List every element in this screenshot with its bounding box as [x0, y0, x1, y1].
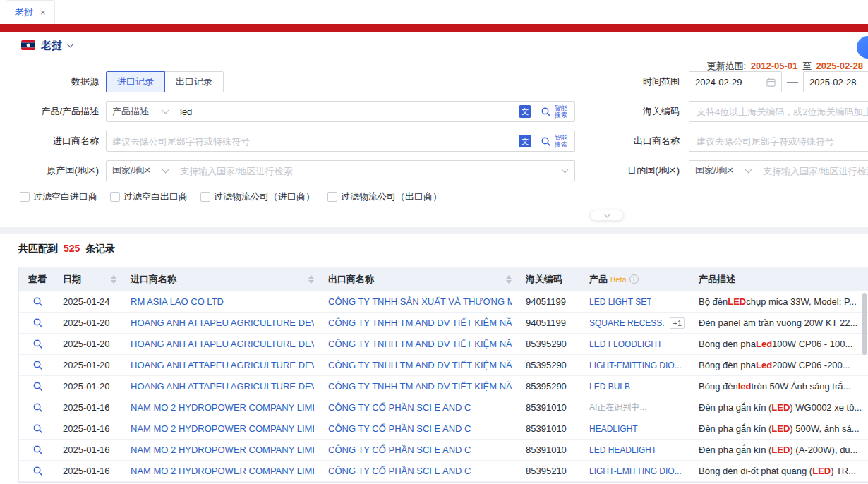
importer-link[interactable]: NAM MO 2 HYDROPOWER COMPANY LIMI...: [131, 402, 314, 413]
hscode-cell: 85395290: [519, 376, 582, 397]
tab-bar: 老挝 ×: [0, 0, 868, 24]
destination-country-input[interactable]: [757, 161, 868, 181]
view-detail-button[interactable]: [19, 291, 56, 312]
filter-checkbox-row: 过滤空白进口商 过滤空白出口商 过滤物流公司（进口商） 过滤物流公司（出口商）: [20, 190, 868, 204]
col-date[interactable]: 日期: [56, 267, 123, 291]
importer-link[interactable]: NAM MO 2 HYDROPOWER COMPANY LIMI...: [131, 444, 314, 455]
exporter-link[interactable]: CÔNG TY CỔ PHẦN SCI E AND C: [328, 466, 471, 476]
filter-right-timerange: 时间范围 2024-02-29 2025-02-28: [620, 71, 868, 92]
hscode-input[interactable]: [689, 101, 868, 122]
product-link[interactable]: SQUARE RECESS...: [589, 318, 665, 328]
view-detail-button[interactable]: [19, 376, 56, 397]
origin-country-input[interactable]: [174, 161, 560, 181]
date-to-input[interactable]: 2025-02-28: [803, 71, 868, 92]
hscode-cell: 85395290: [519, 334, 582, 354]
results-table: 查看 日期 进口商名称 出口商名称 海关编码 产品 Beta i: [18, 267, 868, 483]
filter-blank-exporter-checkbox[interactable]: 过滤空白出口商: [110, 190, 188, 203]
checkbox-icon[interactable]: [200, 192, 210, 202]
smart-search-button[interactable]: 智能搜索: [536, 102, 574, 121]
product-link[interactable]: LED LIGHT SET: [589, 297, 651, 307]
vertical-scrollbar[interactable]: [862, 293, 867, 355]
exporter-link[interactable]: CÔNG TY TNHH TM AND DV TIẾT KIỆM NĂ...: [328, 317, 512, 328]
product-link[interactable]: LED BULB: [589, 382, 630, 392]
view-detail-button[interactable]: [19, 440, 56, 460]
importer-link[interactable]: HOANG ANH ATTAPEU AGRICULTURE DEVE...: [131, 360, 314, 370]
view-search-icon: [32, 339, 43, 349]
view-detail-button[interactable]: [19, 397, 56, 418]
info-icon[interactable]: i: [629, 274, 639, 284]
exporter-link[interactable]: CÔNG TY CỔ PHẦN SCI E AND C: [328, 423, 471, 434]
product-more-badge[interactable]: +1: [670, 317, 685, 329]
sort-icon[interactable]: [308, 275, 314, 284]
update-range-from: 2012-05-01: [751, 61, 798, 71]
checkbox-icon[interactable]: [327, 192, 337, 202]
product-type-select[interactable]: 产品描述: [107, 102, 174, 121]
importer-link[interactable]: NAM MO 2 HYDROPOWER COMPANY LIMI...: [131, 423, 314, 434]
view-detail-button[interactable]: [19, 313, 56, 333]
table-row: 2025-01-20HOANG ANH ATTAPEU AGRICULTURE …: [19, 334, 868, 355]
product-link[interactable]: LED FLOODLIGHT: [589, 339, 662, 349]
results-count: 525: [64, 243, 80, 254]
importer-link[interactable]: HOANG ANH ATTAPEU AGRICULTURE DEVE...: [131, 317, 314, 328]
exporter-cell: CÔNG TY CỔ PHẦN SCI E AND C: [321, 418, 519, 439]
description-cell: Bộ đèn LED chụp mica 33W, Model: P...: [692, 291, 868, 312]
translate-icon[interactable]: [519, 135, 531, 147]
tab-laos[interactable]: 老挝 ×: [6, 0, 55, 24]
importer-cell: NAM MO 2 HYDROPOWER COMPANY LIMI...: [123, 440, 321, 460]
hscode-cell: 85395290: [519, 355, 582, 375]
smart-search-button[interactable]: 智能搜索: [536, 131, 574, 151]
origin-type-value: 国家/地区: [112, 164, 152, 177]
importer-link[interactable]: HOANG ANH ATTAPEU AGRICULTURE DEVE...: [131, 381, 314, 392]
view-detail-button[interactable]: [19, 355, 56, 375]
col-exporter[interactable]: 出口商名称: [321, 267, 519, 291]
destination-type-select[interactable]: 国家/地区: [689, 161, 757, 181]
exporter-link[interactable]: CÔNG TY TNHH TM AND DV TIẾT KIỆM NĂ...: [328, 381, 512, 392]
checkbox-icon[interactable]: [20, 192, 30, 202]
import-records-button[interactable]: 进口记录: [106, 71, 165, 92]
tab-close-icon[interactable]: ×: [40, 8, 46, 17]
description-cell: Đèn pha gắn kín (LED) 500W, ánh sá...: [692, 418, 868, 439]
product-link[interactable]: HEADLIGHT: [589, 424, 638, 434]
product-link[interactable]: LIGHT-EMITTING DIO...: [589, 361, 682, 370]
view-detail-button[interactable]: [19, 418, 56, 439]
date-cell: 2025-01-16: [56, 461, 123, 481]
datasource-label: 数据源: [20, 75, 99, 88]
col-importer[interactable]: 进口商名称: [123, 267, 321, 291]
product-label: 产品/产品描述: [20, 105, 99, 118]
translate-icon[interactable]: [519, 105, 531, 118]
importer-link[interactable]: HOANG ANH ATTAPEU AGRICULTURE DEVE...: [131, 339, 314, 349]
exporter-link[interactable]: CÔNG TY TNHH TM AND DV TIẾT KIỆM NĂ...: [328, 360, 512, 370]
view-search-icon: [32, 296, 43, 307]
summary-prefix: 共匹配到: [18, 243, 58, 254]
product-link[interactable]: LED HEADLIGHT: [589, 445, 656, 455]
origin-type-select[interactable]: 国家/地区: [107, 161, 174, 181]
importer-link[interactable]: NAM MO 2 HYDROPOWER COMPANY LIMI...: [131, 466, 314, 476]
importer-cell: HOANG ANH ATTAPEU AGRICULTURE DEVE...: [123, 334, 321, 354]
exporter-link[interactable]: CÔNG TY TNHH TM AND DV TIẾT KIỆM NĂ...: [328, 339, 512, 349]
exporter-link[interactable]: CÔNG TY CỔ PHẦN SCI E AND C: [328, 444, 471, 455]
filter-blank-importer-checkbox[interactable]: 过滤空白进口商: [20, 190, 97, 203]
export-records-button[interactable]: 出口记录: [164, 71, 224, 92]
country-selector[interactable]: 老挝: [0, 32, 868, 59]
table-row: 2025-01-20HOANG ANH ATTAPEU AGRICULTURE …: [19, 313, 868, 334]
product-cell: LIGHT-EMITTING DIO...: [582, 355, 692, 375]
hscode-cell: 85395210: [519, 461, 582, 481]
exporter-link[interactable]: CÔNG TY TNHH SẢN XUẤT VÀ THƯƠNG M...: [328, 296, 512, 307]
date-from-input[interactable]: 2024-02-29: [689, 71, 782, 92]
description-cell: Đèn pha gắn kín (LED) WG0002 xe tô...: [692, 397, 868, 418]
product-search-input[interactable]: [174, 102, 514, 121]
filter-logistics-importer-checkbox[interactable]: 过滤物流公司（进口商）: [200, 190, 315, 203]
sort-icon[interactable]: [111, 275, 116, 284]
chevron-down-icon: [603, 210, 610, 217]
view-detail-button[interactable]: [19, 461, 56, 481]
importer-link[interactable]: RM ASIA LAO CO LTD: [131, 296, 224, 307]
checkbox-icon[interactable]: [110, 192, 120, 202]
product-link[interactable]: LIGHT-EMITTING DIO...: [589, 466, 682, 476]
collapse-filter-button[interactable]: [590, 210, 624, 221]
exporter-link[interactable]: CÔNG TY CỔ PHẦN SCI E AND C: [328, 402, 471, 413]
view-detail-button[interactable]: [19, 334, 56, 354]
sort-icon[interactable]: [506, 275, 512, 284]
importer-name-input[interactable]: [107, 131, 514, 151]
exporter-name-input[interactable]: [689, 131, 868, 152]
filter-logistics-exporter-checkbox[interactable]: 过滤物流公司（出口商）: [327, 190, 442, 203]
